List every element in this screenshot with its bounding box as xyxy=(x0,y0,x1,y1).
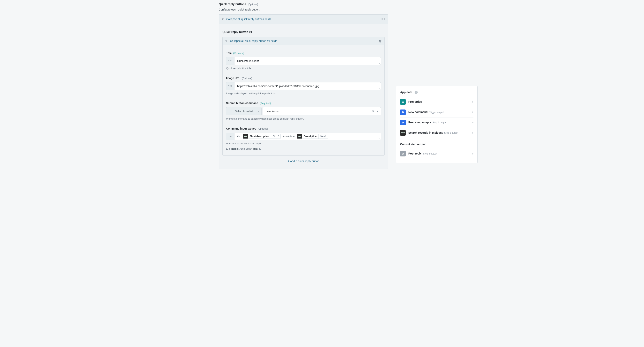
add-quick-reply-button[interactable]: +Add a quick reply button xyxy=(222,156,384,164)
collapse-all-label: Collapse all quick reply buttons fields xyxy=(226,17,380,21)
abc-prefix-icon: ABC xyxy=(226,133,234,140)
pill-text: Short description xyxy=(248,134,271,139)
current-step-list: Post reply Step 3 output xyxy=(400,149,474,159)
properties-icon xyxy=(400,99,406,105)
command-input-pill-area[interactable]: title: now Short description Step 2 desc… xyxy=(234,133,381,140)
image-url-field: Image URL (Optional) ABC Image is displa… xyxy=(226,76,381,95)
chevron-right-icon xyxy=(472,111,474,113)
chevron-right-icon xyxy=(472,101,474,103)
submit-command-helper: Workbot command to execute when user cli… xyxy=(226,117,381,121)
collapse-button-1-label: Collapse all quick reply button #1 field… xyxy=(230,39,379,43)
resize-handle-icon[interactable] xyxy=(378,62,380,64)
app-row-label: New command xyxy=(408,110,428,114)
servicenow-icon: now xyxy=(400,130,406,136)
chevron-right-icon xyxy=(472,153,474,154)
app-row-label: Properties xyxy=(408,100,422,104)
title-label: Title xyxy=(226,51,232,55)
image-url-helper: Image is displayed on the quick reply bu… xyxy=(226,92,381,95)
select-from-list-dropdown[interactable]: Select from list xyxy=(226,107,262,115)
app-row-meta: Step 1 output xyxy=(432,121,446,124)
command-input-wrap[interactable]: ABC title: now Short description Step 2 … xyxy=(226,133,381,140)
submit-command-required-badge: (Required) xyxy=(260,102,271,105)
pill-step: Step 2 xyxy=(271,134,280,139)
chevron-down-icon xyxy=(222,18,224,20)
workbot-icon xyxy=(400,109,406,115)
pill-text: Description xyxy=(302,134,319,139)
section-title: Quick reply buttons xyxy=(219,2,246,6)
svg-point-8 xyxy=(403,122,404,122)
command-input-helper-2: E.g. name: John Smith age: 42 xyxy=(226,147,381,151)
command-input-optional-badge: (Optional) xyxy=(258,127,268,130)
app-row-label: Post simple reply xyxy=(408,120,431,124)
chevron-right-icon xyxy=(472,122,474,123)
current-step-heading: Current step output xyxy=(400,142,474,146)
kv-key-title: title: xyxy=(236,134,241,138)
help-icon[interactable]: ? xyxy=(414,91,418,94)
chevron-down-icon xyxy=(377,111,378,112)
delete-icon[interactable] xyxy=(379,40,382,42)
more-options-icon[interactable]: ••• xyxy=(380,16,385,22)
app-row-meta: Trigger output xyxy=(429,110,444,114)
svg-point-4 xyxy=(402,112,403,112)
vertical-divider xyxy=(448,0,448,175)
resize-handle-icon[interactable] xyxy=(378,88,380,89)
command-value-select[interactable]: new_issue × xyxy=(263,107,381,115)
image-url-label: Image URL xyxy=(226,76,240,80)
image-url-input-wrap: ABC xyxy=(226,82,381,90)
title-input-wrap: ABC xyxy=(226,57,381,65)
servicenow-icon: now xyxy=(297,134,302,139)
app-row-meta: Step 2 output xyxy=(444,131,458,135)
command-input-helper-1: Pass values for command input. xyxy=(226,142,381,146)
section-subtitle: Configure each quick reply button. xyxy=(219,7,388,12)
app-row-post-reply[interactable]: Post reply Step 3 output xyxy=(400,149,474,159)
button-1-panel: Collapse all quick reply button #1 field… xyxy=(222,37,384,156)
abc-prefix-icon: ABC xyxy=(226,82,234,90)
app-data-panel: App data ? Properties New command T xyxy=(396,86,478,163)
abc-prefix-icon: ABC xyxy=(226,57,234,65)
workbot-icon xyxy=(400,120,406,125)
section-header: Quick reply buttons (Optional) Configure… xyxy=(219,2,388,12)
command-input-values-field: Command input values (Optional) ABC titl… xyxy=(226,127,381,151)
chevron-down-icon xyxy=(225,40,227,42)
collapse-all-buttons-bar[interactable]: Collapse all quick reply buttons fields … xyxy=(219,14,388,24)
select-from-list-label: Select from list xyxy=(235,109,253,113)
plus-icon: + xyxy=(288,160,289,163)
clear-icon[interactable]: × xyxy=(372,109,374,114)
kv-key-description: description: xyxy=(282,134,295,138)
chevron-right-icon xyxy=(472,132,474,134)
svg-point-11 xyxy=(403,153,404,154)
section-badge: (Optional) xyxy=(248,3,258,6)
button-item-heading: Quick reply button #1 xyxy=(222,30,384,34)
submit-command-label: Submit button command xyxy=(226,101,258,105)
command-input-label: Command input values xyxy=(226,127,256,131)
image-url-input[interactable] xyxy=(234,82,381,90)
app-row-properties[interactable]: Properties xyxy=(400,97,474,107)
pill-step: Step 2 xyxy=(319,134,328,139)
app-row-label: Search records in Incident xyxy=(408,131,443,135)
app-row-post-simple-reply[interactable]: Post simple reply Step 1 output xyxy=(400,117,474,128)
app-row-meta: Step 3 output xyxy=(423,152,437,155)
submit-command-field: Submit button command (Required) Select … xyxy=(226,101,381,121)
app-data-heading: App data xyxy=(400,90,412,94)
pill-short-description[interactable]: now Short description Step 2 xyxy=(243,134,281,139)
command-value-text: new_issue xyxy=(266,109,278,113)
title-helper: Quick reply button title. xyxy=(226,66,381,70)
title-field: Title (Required) ABC Quick reply button … xyxy=(226,51,381,70)
title-required-badge: (Required) xyxy=(233,52,244,54)
servicenow-icon: now xyxy=(243,134,248,139)
title-input[interactable] xyxy=(234,57,381,65)
resize-handle-icon[interactable] xyxy=(378,138,380,139)
app-row-label: Post reply xyxy=(408,152,422,156)
workbot-icon xyxy=(400,151,406,156)
svg-point-7 xyxy=(402,122,403,122)
collapse-button-1-bar[interactable]: Collapse all quick reply button #1 field… xyxy=(222,37,384,45)
image-url-optional-badge: (Optional) xyxy=(242,77,252,80)
svg-point-10 xyxy=(402,153,403,154)
app-row-search-records[interactable]: now Search records in Incident Step 2 ou… xyxy=(400,128,474,138)
pill-description[interactable]: now Description Step 2 xyxy=(297,134,328,139)
app-data-list: Properties New command Trigger output xyxy=(400,97,474,138)
svg-point-5 xyxy=(403,112,404,112)
chevron-down-icon xyxy=(258,111,259,112)
app-row-new-command[interactable]: New command Trigger output xyxy=(400,107,474,117)
quick-reply-buttons-panel: Collapse all quick reply buttons fields … xyxy=(219,14,388,169)
